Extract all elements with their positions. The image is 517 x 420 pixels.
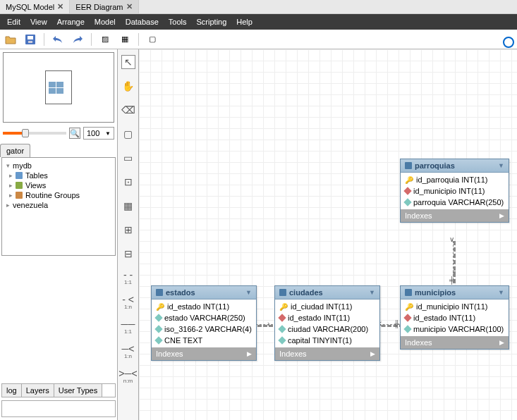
- zoom-value-text: 100: [87, 129, 99, 137]
- menu-help[interactable]: Help: [236, 18, 253, 26]
- menu-tools[interactable]: Tools: [169, 18, 187, 26]
- entity-estados[interactable]: estados ▼ 🔑id_estado INT(11) estado VARC…: [151, 285, 257, 361]
- tab-layers[interactable]: Layers: [22, 384, 54, 397]
- column-icon: [154, 336, 162, 344]
- entity-footer[interactable]: Indexes▶: [401, 336, 509, 349]
- grid-toggle-icon[interactable]: ▨: [99, 33, 111, 46]
- column-text: capital TINYINT(1): [288, 336, 352, 345]
- menu-database[interactable]: Database: [126, 18, 159, 26]
- undo-icon[interactable]: [51, 33, 64, 46]
- save-icon[interactable]: [24, 33, 37, 46]
- eraser-tool-icon[interactable]: ⌫: [121, 103, 135, 117]
- collapse-icon[interactable]: ▼: [498, 162, 504, 169]
- menu-model[interactable]: Model: [95, 18, 116, 26]
- note-tool-icon[interactable]: ▭: [121, 151, 135, 165]
- entity-column[interactable]: id_municipio INT(11): [401, 185, 509, 197]
- menu-scripting[interactable]: Scripting: [197, 18, 227, 26]
- entity-header[interactable]: parroquias ▼: [401, 159, 509, 173]
- entity-column[interactable]: 🔑id_parroquia INT(11): [401, 174, 509, 185]
- entity-ciudades[interactable]: ciudades ▼ 🔑id_ciudad INT(11) id_estado …: [274, 285, 380, 361]
- entity-footer[interactable]: Indexes▶: [275, 347, 379, 360]
- routine-tool-icon[interactable]: ⊟: [121, 247, 135, 261]
- entity-column[interactable]: 🔑id_ciudad INT(11): [275, 301, 379, 312]
- menu-edit[interactable]: Edit: [7, 18, 20, 26]
- rel-1-1-id-icon[interactable]: ──: [121, 320, 135, 328]
- hand-tool-icon[interactable]: ✋: [121, 79, 135, 93]
- fk-icon: [403, 187, 411, 194]
- tree-routine-groups[interactable]: ▸ Routine Groups: [5, 190, 112, 200]
- diagram-overview[interactable]: [3, 52, 114, 123]
- menu-arrange[interactable]: Arrange: [57, 18, 85, 26]
- zoom-thumb[interactable]: [22, 129, 29, 137]
- tree-label: venezuela: [13, 201, 48, 209]
- rel-1-n-id-icon[interactable]: ─<: [121, 345, 135, 353]
- main-area: 🔍 100 ▼ gator ▾ mydb ▸ Tables ▸ Views: [0, 49, 517, 420]
- rel-1-n-nonid-icon[interactable]: - <: [121, 295, 135, 304]
- pointer-tool-icon[interactable]: ↖: [121, 55, 135, 69]
- zoom-controls: 🔍 100 ▼: [0, 125, 117, 141]
- expand-icon: ▶: [247, 350, 252, 357]
- entity-column[interactable]: CNE TEXT: [152, 335, 256, 346]
- entity-column[interactable]: id_estado INT(11): [275, 312, 379, 323]
- entity-column[interactable]: ciudad VARCHAR(200): [275, 323, 379, 335]
- main-toolbar: ▨ ▦ ▢: [0, 30, 517, 49]
- zoom-slider[interactable]: [3, 132, 66, 135]
- tree-tables[interactable]: ▸ Tables: [5, 171, 112, 180]
- layer-tool-icon[interactable]: ▢: [121, 127, 135, 141]
- entity-header[interactable]: estados ▼: [152, 286, 256, 299]
- column-icon: [403, 198, 411, 206]
- entity-name: parroquias: [415, 161, 455, 170]
- left-panel: 🔍 100 ▼ gator ▾ mydb ▸ Tables ▸ Views: [0, 49, 118, 420]
- tree-database[interactable]: ▸ venezuela: [5, 200, 112, 210]
- entity-column[interactable]: municipio VARCHAR(100): [401, 323, 509, 335]
- collapse-icon: ▾: [6, 162, 10, 169]
- catalog-tree: ▾ mydb ▸ Tables ▸ Views ▸ Routine Groups…: [1, 157, 116, 256]
- note-icon[interactable]: ▢: [146, 33, 159, 46]
- tree-label: Routine Groups: [25, 191, 80, 199]
- image-tool-icon[interactable]: ⊡: [121, 175, 135, 189]
- close-icon[interactable]: ✕: [57, 2, 63, 11]
- tree-database[interactable]: ▾ mydb: [5, 161, 112, 171]
- tab-mysql-model[interactable]: MySQL Model ✕: [0, 0, 70, 13]
- column-icon: [278, 325, 286, 333]
- tab-log[interactable]: log: [2, 384, 22, 397]
- align-icon[interactable]: ▦: [118, 33, 131, 46]
- rel-1-1-nonid-icon[interactable]: - -: [121, 271, 135, 279]
- column-text: id_estado INT(11): [167, 302, 229, 311]
- zoom-fit-icon[interactable]: 🔍: [69, 128, 80, 139]
- entity-header[interactable]: municipios ▼: [401, 286, 509, 299]
- zoom-value-input[interactable]: 100 ▼: [83, 127, 114, 140]
- entity-column[interactable]: 🔑id_municipio INT(11): [401, 301, 509, 312]
- entity-column[interactable]: estado VARCHAR(250): [152, 312, 256, 323]
- collapse-icon[interactable]: ▼: [245, 289, 252, 296]
- view-tool-icon[interactable]: ⊞: [121, 223, 135, 237]
- entity-municipios[interactable]: municipios ▼ 🔑id_municipio INT(11) id_es…: [400, 285, 509, 350]
- rel-n-m-icon[interactable]: >─<: [121, 369, 135, 378]
- entity-column[interactable]: id_estado INT(11): [401, 312, 509, 323]
- search-icon[interactable]: [503, 37, 514, 48]
- entity-column[interactable]: capital TINYINT(1): [275, 335, 379, 346]
- entity-column[interactable]: iso_3166-2 VARCHAR(4): [152, 323, 256, 335]
- collapse-icon[interactable]: ▼: [498, 289, 504, 296]
- menu-view[interactable]: View: [30, 18, 47, 26]
- tab-navigator[interactable]: gator: [0, 144, 30, 157]
- entity-footer[interactable]: Indexes▶: [401, 209, 509, 222]
- entity-columns: 🔑id_estado INT(11) estado VARCHAR(250) i…: [152, 299, 256, 347]
- tab-eer-diagram[interactable]: EER Diagram ✕: [70, 0, 138, 13]
- tab-user-types[interactable]: User Types: [54, 384, 102, 397]
- entity-column[interactable]: 🔑id_estado INT(11): [152, 301, 256, 312]
- entity-parroquias[interactable]: parroquias ▼ 🔑id_parroquia INT(11) id_mu…: [400, 159, 509, 223]
- tree-views[interactable]: ▸ Views: [5, 180, 112, 190]
- redo-icon[interactable]: [71, 33, 84, 46]
- open-icon[interactable]: [4, 33, 17, 46]
- dropdown-icon[interactable]: ▼: [105, 130, 111, 137]
- entity-header[interactable]: ciudades ▼: [275, 286, 379, 299]
- entity-column[interactable]: parroquia VARCHAR(250): [401, 197, 509, 208]
- key-icon: 🔑: [405, 303, 413, 311]
- close-icon[interactable]: ✕: [126, 2, 133, 11]
- column-text: iso_3166-2 VARCHAR(4): [164, 325, 252, 333]
- diagram-canvas[interactable]: ╫ › -< ╫ ∨ ╪ parroquias ▼ 🔑id_parroquia …: [139, 49, 517, 420]
- entity-footer[interactable]: Indexes▶: [152, 347, 256, 360]
- table-tool-icon[interactable]: ▦: [121, 199, 135, 213]
- collapse-icon[interactable]: ▼: [369, 289, 375, 296]
